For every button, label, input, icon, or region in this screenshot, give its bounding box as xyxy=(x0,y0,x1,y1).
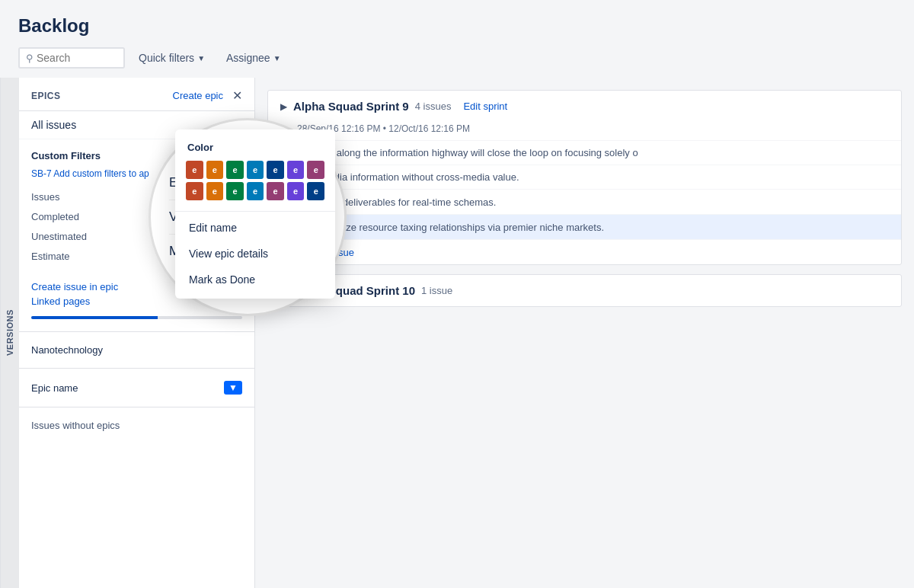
color-swatch-2-7[interactable]: e xyxy=(307,182,324,200)
assignee-button[interactable]: Assignee ▼ xyxy=(219,47,289,69)
color-swatch-1-2[interactable]: e xyxy=(206,161,224,179)
sprint-9-count: 4 issues xyxy=(415,101,452,112)
context-menu-color-label: Color xyxy=(175,139,335,161)
color-row-2: e e e e e e e xyxy=(186,182,324,200)
filter-label-completed: Completed xyxy=(31,211,79,222)
epic-nanotechnology[interactable]: Nanotechnology xyxy=(19,337,254,363)
right-panel: ▶ Alpha Squad Sprint 9 4 issues Edit spr… xyxy=(255,78,914,588)
context-menu-edit-name[interactable]: Edit name xyxy=(175,215,335,241)
issue-row-2[interactable]: sh cross-media information without cross… xyxy=(268,165,901,190)
color-swatch-2-4[interactable]: e xyxy=(247,182,264,200)
color-swatch-2-6[interactable]: e xyxy=(287,182,305,200)
filter-label-unestimated: Unestimated xyxy=(31,231,87,242)
quick-filters-chevron-icon: ▼ xyxy=(197,54,205,62)
issues-without-epics[interactable]: Issues without epics xyxy=(19,412,254,439)
issue-row-3[interactable]: ! ize timely deliverables for real-time … xyxy=(268,190,901,215)
issue-text-1: y immersion along the information highwa… xyxy=(280,147,889,158)
quick-filters-button[interactable]: Quick filters ▼ xyxy=(131,47,213,69)
sidebar-header-actions: Create epic ✕ xyxy=(173,88,242,103)
search-icon: ⚲ xyxy=(26,53,34,64)
epic-name-dropdown-button[interactable]: ▼ xyxy=(224,381,242,395)
filter-label-estimate: Estimate xyxy=(31,251,70,262)
context-menu-mark-as-done[interactable]: Mark as Done xyxy=(175,267,335,292)
color-swatch-2-3[interactable]: e xyxy=(226,182,244,200)
color-swatch-1-4[interactable]: e xyxy=(247,161,264,179)
color-grid: e e e e e e e e e e e e e xyxy=(175,161,335,208)
create-issue-row[interactable]: + Create issue xyxy=(268,240,901,264)
page-title: Backlog xyxy=(18,15,896,37)
color-swatch-1-6[interactable]: e xyxy=(287,161,305,179)
context-menu-view-epic-details[interactable]: View epic details xyxy=(175,241,335,267)
color-swatch-2-5[interactable]: e xyxy=(267,182,284,200)
versions-tab[interactable]: VERSIONS xyxy=(0,78,19,588)
sprint-9-edit-link[interactable]: Edit sprint xyxy=(463,101,507,112)
context-menu: Color e e e e e e e e e e xyxy=(175,129,335,299)
context-menu-divider-1 xyxy=(175,211,335,212)
epics-title: EPICS xyxy=(31,91,61,101)
all-issues-label: All issues xyxy=(31,119,76,131)
sprint-9-expand-icon: ▶ xyxy=(280,101,287,112)
color-swatch-2-2[interactable]: e xyxy=(206,182,224,200)
sprint-10-header[interactable]: ▶ Alpha Squad Sprint 10 1 issue xyxy=(268,275,901,306)
issue-text-3: ize timely deliverables for real-time sc… xyxy=(299,197,889,208)
filter-label-issues: Issues xyxy=(31,191,60,203)
assignee-chevron-icon: ▼ xyxy=(273,54,281,62)
page-header: Backlog ⚲ Quick filters ▼ Assignee ▼ xyxy=(0,0,914,78)
sprint-section-10: ▶ Alpha Squad Sprint 10 1 issue xyxy=(267,274,902,307)
search-input[interactable] xyxy=(37,52,117,64)
progress-bar-container xyxy=(19,313,254,327)
create-epic-link[interactable]: Create epic xyxy=(173,90,223,101)
progress-fill xyxy=(31,316,158,319)
toolbar: ⚲ Quick filters ▼ Assignee ▼ xyxy=(18,47,896,69)
issue-row-1[interactable]: y immersion along the information highwa… xyxy=(268,141,901,165)
issue-row-4[interactable]: ⚑ ely synergize resource taxing relation… xyxy=(268,215,901,240)
main-content: VERSIONS EPICS Create epic ✕ All issues … xyxy=(0,78,914,588)
issue-text-4: ely synergize resource taxing relationsh… xyxy=(299,222,889,233)
sprint-9-issues: y immersion along the information highwa… xyxy=(268,140,901,264)
search-box[interactable]: ⚲ xyxy=(18,47,125,69)
sidebar-divider-2 xyxy=(19,368,254,369)
sidebar-divider-3 xyxy=(19,407,254,407)
issue-text-2: sh cross-media information without cross… xyxy=(280,171,889,183)
close-sidebar-button[interactable]: ✕ xyxy=(232,88,242,103)
sprint-9-dates: 28/Sep/16 12:16 PM • 12/Oct/16 12:16 PM xyxy=(268,122,901,140)
epic-nanotechnology-label: Nanotechnology xyxy=(31,344,103,356)
sprint-section-9: ▶ Alpha Squad Sprint 9 4 issues Edit spr… xyxy=(267,90,902,265)
custom-filters-title: Custom Filters xyxy=(31,150,101,161)
quick-filters-label: Quick filters xyxy=(139,52,194,64)
page-wrapper: Backlog ⚲ Quick filters ▼ Assignee ▼ VER… xyxy=(0,0,914,588)
assignee-label: Assignee xyxy=(226,52,270,64)
sprint-9-name: Alpha Squad Sprint 9 xyxy=(293,100,409,113)
color-swatch-1-7[interactable]: e xyxy=(307,161,324,179)
sprint-9-header[interactable]: ▶ Alpha Squad Sprint 9 4 issues Edit spr… xyxy=(268,91,901,122)
color-swatch-2-1[interactable]: e xyxy=(186,182,203,200)
sidebar-header: EPICS Create epic ✕ xyxy=(19,78,254,111)
epic-name-section: Epic name ▼ xyxy=(19,373,254,402)
color-swatch-1-1[interactable]: e xyxy=(186,161,203,179)
color-row-1: e e e e e e e xyxy=(186,161,324,179)
sprint-10-count: 1 issue xyxy=(421,285,452,296)
sidebar-divider-1 xyxy=(19,331,254,332)
progress-bar xyxy=(31,316,242,319)
epic-name-label: Epic name xyxy=(31,382,78,394)
color-swatch-1-5[interactable]: e xyxy=(267,161,284,179)
color-swatch-1-3[interactable]: e xyxy=(226,161,244,179)
